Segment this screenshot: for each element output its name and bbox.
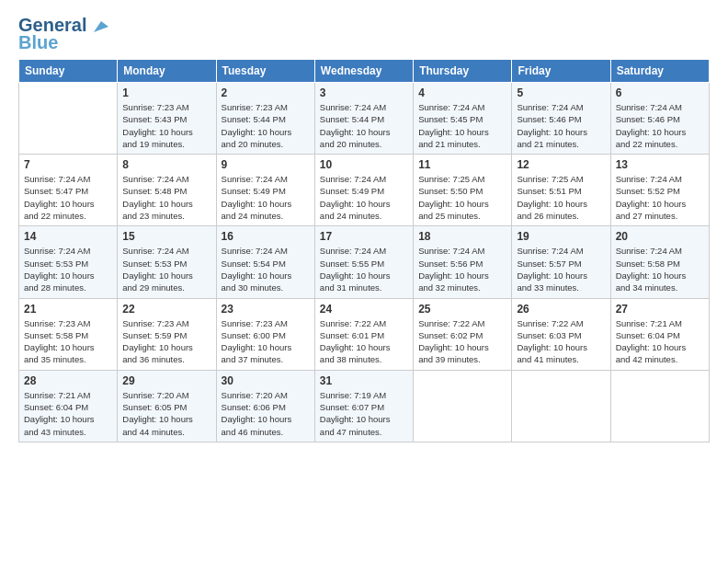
table-row: 20Sunrise: 7:24 AM Sunset: 5:58 PM Dayli…: [610, 226, 709, 298]
table-row: 2Sunrise: 7:23 AM Sunset: 5:44 PM Daylig…: [216, 83, 314, 155]
day-number: 26: [517, 303, 605, 316]
table-row: 6Sunrise: 7:24 AM Sunset: 5:46 PM Daylig…: [610, 83, 709, 155]
day-number: 5: [517, 86, 605, 99]
day-number: 21: [24, 303, 112, 316]
day-number: 18: [418, 230, 506, 243]
day-detail: Sunrise: 7:24 AM Sunset: 5:46 PM Dayligh…: [616, 101, 704, 150]
header-saturday: Saturday: [610, 60, 709, 83]
day-detail: Sunrise: 7:22 AM Sunset: 6:03 PM Dayligh…: [517, 317, 605, 366]
table-row: 15Sunrise: 7:24 AM Sunset: 5:53 PM Dayli…: [118, 226, 216, 298]
day-number: 9: [222, 158, 310, 171]
logo: General Blue: [18, 15, 108, 53]
table-row: 19Sunrise: 7:24 AM Sunset: 5:57 PM Dayli…: [512, 226, 610, 298]
day-number: 19: [517, 230, 605, 243]
day-detail: Sunrise: 7:23 AM Sunset: 5:43 PM Dayligh…: [122, 101, 210, 150]
day-number: 11: [418, 158, 506, 171]
day-number: 20: [616, 230, 704, 243]
header-friday: Friday: [512, 60, 610, 83]
logo-bird-icon: [88, 17, 108, 34]
day-number: 4: [418, 86, 506, 99]
day-number: 24: [320, 303, 408, 316]
table-row: 11Sunrise: 7:25 AM Sunset: 5:50 PM Dayli…: [414, 155, 512, 226]
header: General Blue: [18, 15, 710, 53]
day-detail: Sunrise: 7:21 AM Sunset: 6:04 PM Dayligh…: [616, 317, 704, 366]
day-number: 17: [320, 230, 408, 243]
day-number: 8: [122, 158, 210, 171]
day-detail: Sunrise: 7:24 AM Sunset: 5:46 PM Dayligh…: [517, 101, 605, 150]
header-thursday: Thursday: [414, 60, 512, 83]
day-detail: Sunrise: 7:24 AM Sunset: 5:54 PM Dayligh…: [222, 245, 310, 293]
table-row: 27Sunrise: 7:21 AM Sunset: 6:04 PM Dayli…: [610, 298, 709, 370]
table-row: 23Sunrise: 7:23 AM Sunset: 6:00 PM Dayli…: [216, 298, 314, 370]
day-detail: Sunrise: 7:24 AM Sunset: 5:48 PM Dayligh…: [122, 173, 210, 222]
table-row: 12Sunrise: 7:25 AM Sunset: 5:51 PM Dayli…: [512, 155, 610, 226]
table-row: 1Sunrise: 7:23 AM Sunset: 5:43 PM Daylig…: [118, 83, 216, 155]
table-row: [414, 370, 512, 442]
table-row: [610, 370, 709, 442]
page: General Blue SundayMondayTuesdayWednesda…: [0, 0, 728, 563]
day-number: 1: [122, 86, 210, 99]
day-number: 7: [24, 158, 112, 171]
week-row-4: 28Sunrise: 7:21 AM Sunset: 6:04 PM Dayli…: [19, 370, 710, 442]
day-number: 31: [320, 374, 408, 387]
day-detail: Sunrise: 7:21 AM Sunset: 6:04 PM Dayligh…: [24, 389, 112, 438]
day-number: 12: [517, 158, 605, 171]
day-number: 13: [616, 158, 704, 171]
day-detail: Sunrise: 7:23 AM Sunset: 5:44 PM Dayligh…: [222, 101, 310, 150]
day-number: 6: [616, 86, 704, 99]
day-detail: Sunrise: 7:22 AM Sunset: 6:02 PM Dayligh…: [418, 317, 506, 366]
day-detail: Sunrise: 7:24 AM Sunset: 5:44 PM Dayligh…: [320, 101, 408, 150]
day-detail: Sunrise: 7:22 AM Sunset: 6:01 PM Dayligh…: [320, 317, 408, 366]
day-detail: Sunrise: 7:24 AM Sunset: 5:49 PM Dayligh…: [222, 173, 310, 222]
week-row-1: 7Sunrise: 7:24 AM Sunset: 5:47 PM Daylig…: [19, 155, 710, 226]
day-detail: Sunrise: 7:24 AM Sunset: 5:53 PM Dayligh…: [122, 245, 210, 293]
day-number: 15: [122, 230, 210, 243]
week-row-3: 21Sunrise: 7:23 AM Sunset: 5:58 PM Dayli…: [19, 298, 710, 370]
day-number: 3: [320, 86, 408, 99]
day-detail: Sunrise: 7:25 AM Sunset: 5:51 PM Dayligh…: [517, 173, 605, 222]
header-monday: Monday: [118, 60, 216, 83]
day-detail: Sunrise: 7:24 AM Sunset: 5:49 PM Dayligh…: [320, 173, 408, 222]
day-number: 29: [122, 374, 210, 387]
header-wednesday: Wednesday: [314, 60, 413, 83]
table-row: 30Sunrise: 7:20 AM Sunset: 6:06 PM Dayli…: [216, 370, 314, 442]
day-detail: Sunrise: 7:23 AM Sunset: 5:59 PM Dayligh…: [122, 317, 210, 366]
table-row: 28Sunrise: 7:21 AM Sunset: 6:04 PM Dayli…: [19, 370, 118, 442]
day-detail: Sunrise: 7:24 AM Sunset: 5:47 PM Dayligh…: [24, 173, 112, 222]
table-row: 14Sunrise: 7:24 AM Sunset: 5:53 PM Dayli…: [19, 226, 118, 298]
table-row: 25Sunrise: 7:22 AM Sunset: 6:02 PM Dayli…: [414, 298, 512, 370]
day-detail: Sunrise: 7:24 AM Sunset: 5:56 PM Dayligh…: [418, 245, 506, 293]
table-row: 22Sunrise: 7:23 AM Sunset: 5:59 PM Dayli…: [118, 298, 216, 370]
table-row: 26Sunrise: 7:22 AM Sunset: 6:03 PM Dayli…: [512, 298, 610, 370]
day-number: 25: [418, 303, 506, 316]
svg-marker-0: [94, 21, 108, 32]
day-detail: Sunrise: 7:23 AM Sunset: 5:58 PM Dayligh…: [24, 317, 112, 366]
table-row: 3Sunrise: 7:24 AM Sunset: 5:44 PM Daylig…: [314, 83, 413, 155]
table-row: 17Sunrise: 7:24 AM Sunset: 5:55 PM Dayli…: [314, 226, 413, 298]
table-row: 8Sunrise: 7:24 AM Sunset: 5:48 PM Daylig…: [118, 155, 216, 226]
day-detail: Sunrise: 7:24 AM Sunset: 5:55 PM Dayligh…: [320, 245, 408, 293]
day-detail: Sunrise: 7:24 AM Sunset: 5:57 PM Dayligh…: [517, 245, 605, 293]
day-number: 28: [24, 374, 112, 387]
table-row: 5Sunrise: 7:24 AM Sunset: 5:46 PM Daylig…: [512, 83, 610, 155]
header-row: SundayMondayTuesdayWednesdayThursdayFrid…: [19, 60, 710, 83]
week-row-2: 14Sunrise: 7:24 AM Sunset: 5:53 PM Dayli…: [19, 226, 710, 298]
day-number: 30: [222, 374, 310, 387]
day-number: 22: [122, 303, 210, 316]
table-row: 16Sunrise: 7:24 AM Sunset: 5:54 PM Dayli…: [216, 226, 314, 298]
table-row: [512, 370, 610, 442]
table-row: 29Sunrise: 7:20 AM Sunset: 6:05 PM Dayli…: [118, 370, 216, 442]
day-detail: Sunrise: 7:25 AM Sunset: 5:50 PM Dayligh…: [418, 173, 506, 222]
logo-blue: Blue: [18, 32, 58, 53]
header-tuesday: Tuesday: [216, 60, 314, 83]
day-number: 23: [222, 303, 310, 316]
table-row: 24Sunrise: 7:22 AM Sunset: 6:01 PM Dayli…: [314, 298, 413, 370]
header-sunday: Sunday: [19, 60, 118, 83]
table-row: 7Sunrise: 7:24 AM Sunset: 5:47 PM Daylig…: [19, 155, 118, 226]
day-detail: Sunrise: 7:24 AM Sunset: 5:53 PM Dayligh…: [24, 245, 112, 293]
table-row: 4Sunrise: 7:24 AM Sunset: 5:45 PM Daylig…: [414, 83, 512, 155]
day-detail: Sunrise: 7:19 AM Sunset: 6:07 PM Dayligh…: [320, 389, 408, 438]
day-detail: Sunrise: 7:20 AM Sunset: 6:05 PM Dayligh…: [122, 389, 210, 438]
table-row: 18Sunrise: 7:24 AM Sunset: 5:56 PM Dayli…: [414, 226, 512, 298]
calendar-table: SundayMondayTuesdayWednesdayThursdayFrid…: [18, 59, 710, 442]
